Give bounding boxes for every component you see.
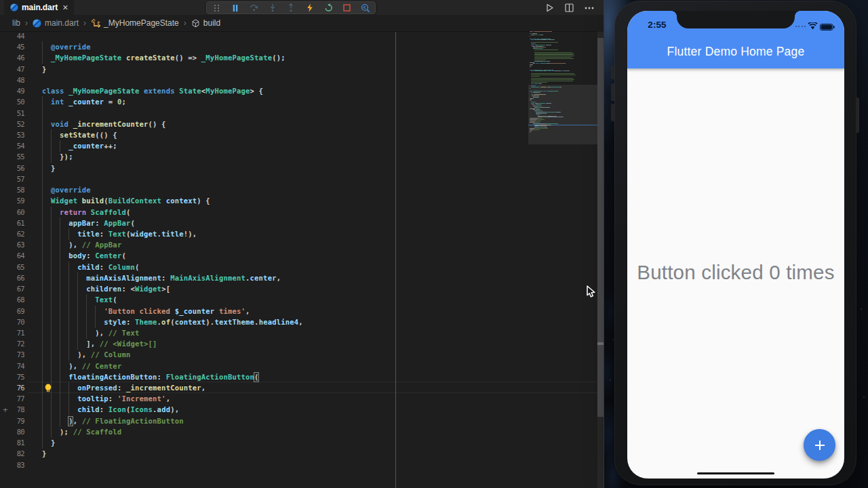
- code-text[interactable]: ), // Center: [42, 361, 121, 372]
- line-number[interactable]: 62: [0, 228, 24, 240]
- line-number[interactable]: 70: [0, 317, 24, 328]
- split-editor-icon[interactable]: [564, 3, 574, 13]
- code-text[interactable]: int _counter = 0;: [42, 96, 126, 108]
- code-text[interactable]: ), // FloatingActionButton: [42, 415, 184, 427]
- tab-main-dart[interactable]: main.dart ×: [4, 0, 75, 15]
- line-number[interactable]: 58: [0, 184, 24, 196]
- line-number[interactable]: 60: [0, 207, 24, 218]
- hot-reload-icon[interactable]: [304, 3, 315, 14]
- code-text[interactable]: @override: [42, 184, 91, 196]
- line-number[interactable]: 76: [0, 382, 24, 394]
- code-text[interactable]: ), // Text: [42, 327, 139, 339]
- code-text[interactable]: Widget build(BuildContext context) {: [42, 195, 210, 207]
- pause-icon[interactable]: [230, 3, 241, 14]
- line-number[interactable]: 61: [0, 218, 24, 229]
- code-text[interactable]: }: [42, 437, 56, 449]
- breadcrumb-item-class[interactable]: _MyHomePageState: [91, 18, 179, 28]
- lightbulb-icon[interactable]: [43, 384, 53, 393]
- code-text[interactable]: style: Theme.of(context).textTheme.headl…: [42, 317, 303, 328]
- code-text[interactable]: class _MyHomePageState extends State<MyH…: [42, 85, 263, 97]
- line-number[interactable]: 55: [0, 151, 24, 163]
- code-text[interactable]: ); // Scaffold: [42, 426, 121, 438]
- code-text[interactable]: child: Column(: [42, 262, 140, 273]
- fab-button[interactable]: [804, 429, 835, 461]
- home-indicator[interactable]: [697, 472, 774, 475]
- line-number[interactable]: 69: [0, 306, 24, 317]
- code-line: 83: [0, 460, 597, 471]
- line-number[interactable]: 68: [0, 294, 24, 306]
- line-number[interactable]: 79: [0, 415, 24, 427]
- code-text[interactable]: ), // Column: [42, 349, 130, 361]
- code-text[interactable]: setState(() {: [42, 129, 117, 141]
- line-number[interactable]: 53: [0, 129, 24, 141]
- code-text[interactable]: ), // AppBar: [42, 239, 121, 251]
- minimap-line: [533, 63, 535, 64]
- code-editor[interactable]: 4445 @override46 _MyHomePageState create…: [0, 32, 604, 488]
- line-number[interactable]: 44: [0, 30, 24, 42]
- minimap[interactable]: [528, 31, 597, 488]
- code-text[interactable]: Text(: [42, 294, 117, 306]
- code-text[interactable]: appBar: AppBar(: [42, 218, 135, 229]
- code-text[interactable]: _counter++;: [42, 140, 117, 152]
- line-number[interactable]: 54: [0, 140, 24, 152]
- code-text[interactable]: _MyHomePageState createState() => _MyHom…: [42, 52, 285, 64]
- code-text[interactable]: tooltip: 'Increment',: [42, 393, 170, 405]
- line-number[interactable]: 50: [0, 96, 24, 108]
- code-text[interactable]: }: [42, 448, 47, 460]
- line-number[interactable]: 46: [0, 52, 24, 64]
- code-text[interactable]: }: [42, 163, 56, 174]
- line-number[interactable]: 80: [0, 426, 24, 438]
- line-number[interactable]: 49: [0, 85, 24, 97]
- line-number[interactable]: 59: [0, 195, 24, 207]
- restart-icon[interactable]: [323, 3, 334, 14]
- code-text[interactable]: ], // <Widget>[]: [42, 338, 157, 350]
- breadcrumb-item-lib[interactable]: lib: [12, 18, 20, 28]
- more-actions-icon[interactable]: [584, 3, 594, 13]
- tab-close-icon[interactable]: ×: [62, 3, 68, 12]
- line-number[interactable]: 75: [0, 371, 24, 383]
- step-out-icon[interactable]: [285, 3, 296, 14]
- line-number[interactable]: 67: [0, 283, 24, 295]
- code-text[interactable]: @override: [42, 41, 91, 53]
- line-number[interactable]: 48: [0, 75, 24, 86]
- run-button-icon[interactable]: [545, 3, 555, 13]
- step-over-icon[interactable]: [248, 3, 259, 14]
- step-into-icon[interactable]: [267, 3, 278, 14]
- line-number[interactable]: 51: [0, 108, 24, 119]
- line-number[interactable]: 66: [0, 272, 24, 284]
- line-number[interactable]: 73: [0, 349, 24, 361]
- line-number[interactable]: 56: [0, 163, 24, 174]
- line-number[interactable]: 71: [0, 327, 24, 339]
- line-number[interactable]: 47: [0, 64, 24, 75]
- line-number[interactable]: 72: [0, 338, 24, 350]
- line-number[interactable]: 52: [0, 119, 24, 130]
- line-number[interactable]: 64: [0, 250, 24, 262]
- line-number[interactable]: 45: [0, 41, 24, 53]
- line-number[interactable]: 65: [0, 262, 24, 273]
- code-text[interactable]: void _incrementCounter() {: [42, 119, 166, 130]
- code-text[interactable]: body: Center(: [42, 250, 126, 262]
- line-number[interactable]: 83: [0, 460, 24, 471]
- line-number[interactable]: 74: [0, 361, 24, 372]
- stop-icon[interactable]: [342, 3, 353, 14]
- code-text[interactable]: mainAxisAlignment: MainAxisAlignment.cen…: [42, 272, 281, 284]
- gutter-plus-icon[interactable]: +: [3, 405, 11, 415]
- breadcrumb-item-build[interactable]: build: [191, 18, 220, 28]
- widget-inspector-icon[interactable]: [360, 3, 371, 14]
- code-text[interactable]: title: Text(widget.title!),: [42, 228, 197, 240]
- line-number[interactable]: 82: [0, 448, 24, 460]
- minimap-line: [535, 128, 549, 129]
- line-number[interactable]: 63: [0, 239, 24, 251]
- breadcrumb-item-main-dart[interactable]: main.dart: [33, 18, 79, 28]
- line-number[interactable]: 57: [0, 174, 24, 185]
- code-text[interactable]: children: <Widget>[: [42, 283, 170, 295]
- code-text[interactable]: return Scaffold(: [42, 207, 130, 218]
- minimap-line: [534, 54, 573, 55]
- line-number[interactable]: 77: [0, 393, 24, 405]
- code-text[interactable]: 'Button clicked $_counter times',: [42, 306, 250, 317]
- code-text[interactable]: });: [42, 151, 73, 163]
- drag-handle-icon[interactable]: [211, 3, 222, 14]
- line-number[interactable]: 81: [0, 437, 24, 449]
- code-text[interactable]: child: Icon(Icons.add),: [42, 404, 179, 415]
- code-text[interactable]: }: [42, 64, 47, 75]
